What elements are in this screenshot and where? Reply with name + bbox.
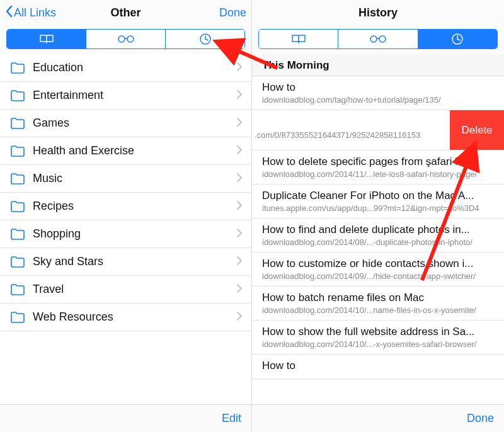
folder-label: Health and Exercise <box>28 144 236 157</box>
svg-point-0 <box>118 36 125 42</box>
history-title: How to customize or hide contacts shown … <box>262 258 495 270</box>
bookmarks-pane: All Links Other Done <box>0 0 252 432</box>
left-segmented-wrap <box>0 25 251 54</box>
history-url: idownloadblog.com/2014/11/...lete-ios8-s… <box>262 169 495 179</box>
folder-icon <box>10 89 28 102</box>
history-title: How to <box>262 360 495 372</box>
folder-icon <box>10 200 28 213</box>
bookmarks-list[interactable]: EducationEntertainmentGamesHealth and Ex… <box>0 54 251 404</box>
history-title: How to find and delete duplicate photos … <box>262 224 495 236</box>
chevron-right-icon <box>236 89 243 102</box>
bookmark-folder-row[interactable]: Sky and Stars <box>0 248 251 276</box>
clock-icon <box>199 33 212 45</box>
history-url: idownloadblog.com/2014/09/.../hide-conta… <box>262 271 495 281</box>
chevron-right-icon <box>236 145 243 157</box>
history-row[interactable]: How to delete specific pages from şafari… <box>252 151 504 185</box>
edit-button[interactable]: Edit <box>222 412 241 425</box>
history-row[interactable]: How to show the full website address in … <box>252 321 504 355</box>
bookmark-folder-row[interactable]: Health and Exercise <box>0 137 251 165</box>
folder-label: Education <box>28 61 236 74</box>
bookmark-folder-row[interactable]: Shopping <box>0 220 251 248</box>
history-list[interactable]: This Morning How toidownloadblog.com/tag… <box>252 54 504 404</box>
folder-label: Shopping <box>28 227 236 241</box>
folder-label: Web Resources <box>28 310 236 324</box>
left-segmented-control <box>6 29 245 49</box>
folder-icon <box>10 311 28 324</box>
bookmark-folder-row[interactable]: Recipes <box>0 193 251 220</box>
folder-label: Travel <box>28 283 236 296</box>
folder-icon <box>10 117 28 130</box>
bookmark-folder-row[interactable]: Web Resources <box>0 304 251 331</box>
history-title: Duplicate Cleaner For iPhoto on the Mac … <box>262 190 495 202</box>
history-row[interactable]: .com/0/873355521644371/925242858116153De… <box>252 110 504 151</box>
history-url: idownloadblog.com/2014/08/...-duplicate-… <box>262 237 495 247</box>
segment-readinglist[interactable] <box>86 30 165 48</box>
history-row[interactable]: How to <box>252 355 504 379</box>
bookmark-folder-row[interactable]: Music <box>0 165 251 193</box>
folder-icon <box>10 145 28 157</box>
chevron-right-icon <box>236 311 243 324</box>
right-segmented-control <box>258 29 498 49</box>
left-toolbar: Edit <box>0 404 251 432</box>
bookmarks-icon <box>290 33 307 45</box>
back-chevron-icon <box>5 5 13 21</box>
history-url: itunes.apple.com/us/app/dup...99?mt=12&i… <box>262 203 495 213</box>
history-title: How to delete specific pages from şafari… <box>262 156 495 168</box>
folder-label: Recipes <box>28 200 236 213</box>
folder-icon <box>10 228 28 241</box>
segment-history[interactable] <box>418 30 497 48</box>
history-url: idownloadblog.com/tag/how-to+tutorial/pa… <box>262 95 495 105</box>
segment-history[interactable] <box>165 30 244 48</box>
chevron-right-icon <box>236 62 243 74</box>
chevron-right-icon <box>236 228 243 241</box>
delete-button[interactable]: Delete <box>450 110 504 150</box>
segment-bookmarks[interactable] <box>259 30 338 48</box>
folder-label: Games <box>28 117 236 130</box>
folder-icon <box>10 62 28 74</box>
svg-point-4 <box>379 36 386 42</box>
history-title: How to show the full website address in … <box>262 326 495 338</box>
bookmark-folder-row[interactable]: Education <box>0 54 251 82</box>
folder-label: Entertainment <box>28 89 236 102</box>
history-title: How to batch rename files on Mac <box>262 292 495 304</box>
chevron-right-icon <box>236 256 243 268</box>
bookmark-folder-row[interactable]: Entertainment <box>0 82 251 110</box>
history-section-header: This Morning <box>252 54 504 76</box>
back-button[interactable]: All Links <box>5 5 56 21</box>
history-row[interactable]: How to customize or hide contacts shown … <box>252 253 504 287</box>
history-title: How to <box>262 81 495 94</box>
history-url: idownloadblog.com/2014/10/...name-files-… <box>262 305 495 315</box>
glasses-icon <box>369 35 387 43</box>
left-done-button[interactable]: Done <box>219 6 246 20</box>
folder-icon <box>10 173 28 185</box>
left-navbar: All Links Other Done <box>0 0 251 25</box>
chevron-right-icon <box>236 117 243 130</box>
history-row[interactable]: How to batch rename files on Macidownloa… <box>252 287 504 321</box>
folder-label: Music <box>28 172 236 185</box>
svg-point-1 <box>127 36 134 42</box>
svg-point-3 <box>370 36 377 42</box>
chevron-right-icon <box>236 200 243 213</box>
segment-readinglist[interactable] <box>338 30 417 48</box>
bookmarks-icon <box>38 33 55 45</box>
right-navbar: History <box>252 0 504 25</box>
right-page-title: History <box>252 6 504 20</box>
history-row[interactable]: Duplicate Cleaner For iPhoto on the Mac … <box>252 185 504 219</box>
chevron-right-icon <box>236 173 243 185</box>
right-segmented-wrap <box>252 25 504 54</box>
folder-icon <box>10 283 28 296</box>
glasses-icon <box>117 35 135 43</box>
bookmark-folder-row[interactable]: Games <box>0 110 251 137</box>
bookmark-folder-row[interactable]: Travel <box>0 276 251 304</box>
history-url: idownloadblog.com/2014/10/...-x-yosemite… <box>262 339 495 349</box>
history-pane: History <box>252 0 504 432</box>
clock-icon <box>451 33 464 45</box>
right-done-button[interactable]: Done <box>467 412 494 425</box>
history-row[interactable]: How to find and delete duplicate photos … <box>252 219 504 253</box>
segment-bookmarks[interactable] <box>7 30 86 48</box>
right-toolbar: Done <box>252 404 504 432</box>
folder-icon <box>10 256 28 268</box>
history-row[interactable]: How toidownloadblog.com/tag/how-to+tutor… <box>252 76 504 110</box>
chevron-right-icon <box>236 283 243 296</box>
back-label: All Links <box>14 6 56 20</box>
